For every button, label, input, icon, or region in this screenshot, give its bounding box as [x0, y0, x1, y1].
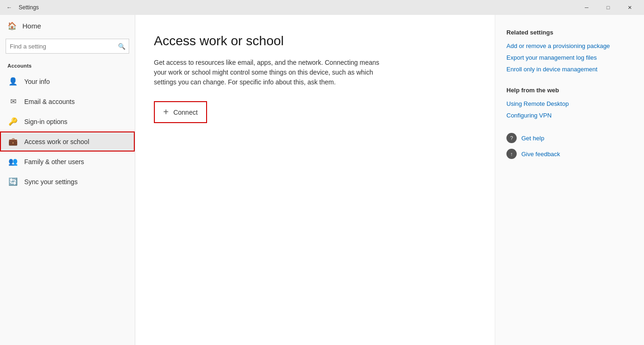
app-body: 🏠 Home 🔍 Accounts 👤 Your info ✉ Email & …: [0, 15, 644, 345]
sidebar-item-access-work[interactable]: 💼 Access work or school: [0, 131, 135, 152]
sync-settings-label: Sync your settings: [24, 178, 77, 186]
email-icon: ✉: [8, 97, 18, 106]
help-from-web-title: Help from the web: [506, 87, 633, 94]
back-button[interactable]: ←: [4, 2, 15, 13]
home-label: Home: [22, 22, 41, 30]
your-info-icon: 👤: [8, 77, 18, 86]
app-title: Settings: [19, 4, 576, 11]
page-title: Access work or school: [154, 34, 476, 48]
section-title: Accounts: [0, 59, 135, 71]
help-link-vpn[interactable]: Configuring VPN: [506, 112, 633, 119]
sidebar-item-family-users[interactable]: 👥 Family & other users: [0, 152, 135, 172]
sync-icon: 🔄: [8, 177, 18, 186]
get-help-label[interactable]: Get help: [521, 135, 544, 142]
home-icon: 🏠: [7, 21, 17, 30]
get-help-icon: ?: [506, 133, 517, 143]
sign-in-icon: 🔑: [8, 117, 18, 126]
close-button[interactable]: ✕: [619, 0, 640, 15]
search-icon: 🔍: [118, 43, 125, 50]
family-icon: 👥: [8, 157, 18, 166]
connect-button[interactable]: + Connect: [154, 101, 207, 123]
connect-label: Connect: [173, 109, 198, 116]
sidebar-item-sign-in[interactable]: 🔑 Sign-in options: [0, 111, 135, 131]
sidebar-item-home[interactable]: 🏠 Home: [0, 15, 135, 37]
titlebar: ← Settings ─ □ ✕: [0, 0, 644, 15]
your-info-label: Your info: [24, 78, 50, 85]
get-help-item[interactable]: ? Get help: [506, 133, 633, 143]
related-link-enroll-device[interactable]: Enroll only in device management: [506, 66, 633, 73]
give-feedback-label[interactable]: Give feedback: [521, 151, 560, 158]
window-controls: ─ □ ✕: [576, 0, 640, 15]
plus-icon: +: [163, 107, 169, 117]
access-work-icon: 💼: [8, 137, 18, 146]
search-input[interactable]: [6, 39, 129, 54]
sidebar: 🏠 Home 🔍 Accounts 👤 Your info ✉ Email & …: [0, 15, 135, 345]
page-description: Get access to resources like email, apps…: [154, 58, 387, 87]
right-panel: Related settings Add or remove a provisi…: [495, 15, 644, 345]
sidebar-item-your-info[interactable]: 👤 Your info: [0, 71, 135, 91]
related-link-provisioning[interactable]: Add or remove a provisioning package: [506, 42, 633, 49]
minimize-button[interactable]: ─: [576, 0, 597, 15]
sidebar-item-email-accounts[interactable]: ✉ Email & accounts: [0, 91, 135, 111]
help-section: Help from the web Using Remote Desktop C…: [506, 87, 633, 119]
give-feedback-icon: ↑: [506, 149, 517, 159]
access-work-label: Access work or school: [24, 138, 89, 145]
feedback-section: ? Get help ↑ Give feedback: [506, 133, 633, 159]
email-accounts-label: Email & accounts: [24, 98, 75, 105]
sign-in-label: Sign-in options: [24, 118, 68, 125]
maximize-button[interactable]: □: [597, 0, 619, 15]
related-settings-title: Related settings: [506, 29, 633, 36]
sidebar-item-sync-settings[interactable]: 🔄 Sync your settings: [0, 172, 135, 192]
give-feedback-item[interactable]: ↑ Give feedback: [506, 149, 633, 159]
family-users-label: Family & other users: [24, 158, 84, 166]
main-content: Access work or school Get access to reso…: [135, 15, 495, 345]
help-link-remote-desktop[interactable]: Using Remote Desktop: [506, 100, 633, 107]
search-container: 🔍: [6, 39, 129, 54]
related-link-export-logs[interactable]: Export your management log files: [506, 54, 633, 61]
